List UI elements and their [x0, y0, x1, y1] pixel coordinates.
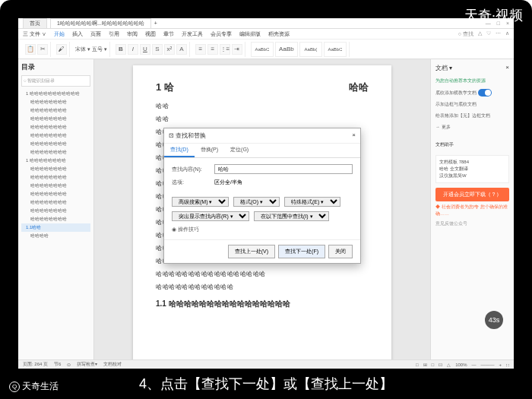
- ribbon-more-icon[interactable]: ⋯: [496, 30, 501, 38]
- find-input[interactable]: [214, 164, 353, 174]
- outline-item[interactable]: 哈哈哈哈哈哈哈哈: [21, 165, 90, 173]
- special-select[interactable]: 特殊格式(E) ▾: [284, 197, 340, 207]
- tab-home[interactable]: 首页: [23, 18, 47, 29]
- size-select[interactable]: 五号 ▾: [92, 46, 107, 53]
- outline-item[interactable]: 哈哈哈哈哈哈哈哈: [21, 215, 90, 223]
- outline-item[interactable]: 哈哈哈哈哈哈哈哈: [21, 123, 90, 131]
- rp-opt1[interactable]: 底纹添加横教学文档: [435, 87, 509, 99]
- bold-icon[interactable]: B: [116, 44, 126, 55]
- format-select[interactable]: 格式(O) ▾: [233, 197, 280, 207]
- ribbon-cloud-icon[interactable]: △: [478, 30, 482, 38]
- status-rec-icon[interactable]: ⊙: [67, 362, 71, 367]
- outline-item[interactable]: 哈哈哈哈哈哈哈哈: [21, 207, 90, 215]
- view-outline-icon[interactable]: □: [432, 363, 435, 367]
- ribbon-chapter[interactable]: 章节: [163, 30, 174, 38]
- outline-item[interactable]: 哈哈哈哈哈哈哈哈: [21, 98, 90, 106]
- view-web-icon[interactable]: ⊞: [423, 362, 427, 367]
- outline-item[interactable]: 1 哈哈哈哈哈哈哈哈: [21, 157, 90, 165]
- view-print-icon[interactable]: □: [416, 363, 419, 367]
- sidebar-title: 目录: [21, 62, 90, 72]
- style-heading3[interactable]: AaBbC: [324, 42, 347, 57]
- rp-more[interactable]: → 更多: [435, 122, 509, 133]
- cut-icon[interactable]: ✂: [37, 44, 48, 55]
- zoom-in-icon[interactable]: +: [499, 363, 502, 367]
- paste-icon[interactable]: 📋: [25, 44, 36, 55]
- outline-item[interactable]: 哈哈哈哈哈哈哈哈: [21, 106, 90, 115]
- rp-foot[interactable]: 意见反馈公众号: [435, 220, 509, 227]
- style-heading2[interactable]: AaBb(: [299, 42, 322, 57]
- adv-search-select[interactable]: 高级搜索(M) ▾: [172, 197, 229, 207]
- vip-button[interactable]: 开通会员立即下载（？）: [435, 188, 509, 201]
- color-icon[interactable]: A: [176, 44, 187, 55]
- ribbon-review[interactable]: 审阅: [127, 30, 138, 38]
- zoom-slider[interactable]: ———: [480, 363, 494, 367]
- rp-opt2[interactable]: 示加边框与底纹文档: [435, 99, 509, 110]
- outline-item[interactable]: 哈哈哈哈哈哈哈哈: [21, 131, 90, 140]
- ribbon-vip[interactable]: 会员专享: [211, 30, 232, 38]
- status-spell[interactable]: 拼写检查▾: [77, 361, 97, 368]
- highlight-select[interactable]: 突出显示查找内容(R) ▾: [172, 211, 249, 221]
- search-range-select[interactable]: 在以下范围中查找(I) ▾: [254, 211, 329, 221]
- tab-find[interactable]: 查找(D): [164, 144, 195, 157]
- zoom-pct[interactable]: 100%: [455, 363, 467, 367]
- outline-item[interactable]: 哈哈哈哈哈哈哈哈: [21, 173, 90, 182]
- rp-card-item[interactable]: 文档模板 7884: [439, 159, 505, 166]
- rp-section2: 文档助手: [435, 139, 509, 150]
- ribbon-collapse-icon[interactable]: ∧: [505, 30, 509, 38]
- font-select[interactable]: 宋体 ▾: [75, 46, 90, 53]
- caption-bar: 4、点击【查找下一处】或【查找上一处】: [0, 369, 532, 399]
- style-heading1[interactable]: AaBb: [275, 42, 298, 57]
- outline-item[interactable]: 哈哈哈哈哈哈哈哈: [21, 115, 90, 123]
- rp-close-icon[interactable]: ×: [505, 64, 509, 72]
- ribbon-start[interactable]: 开始: [54, 30, 65, 38]
- tab-document[interactable]: 1哈哈哈哈哈哈啊...哈哈哈哈哈哈哈哈: [50, 18, 151, 29]
- rp-card-item[interactable]: 汉仪旗黑简W: [439, 173, 505, 179]
- toggle-icon[interactable]: [478, 89, 492, 97]
- underline-icon[interactable]: U: [140, 44, 150, 55]
- zoom-out-icon[interactable]: —: [471, 363, 476, 367]
- tab-goto[interactable]: 定位(G): [224, 144, 255, 157]
- outline-item[interactable]: 1 哈哈哈哈哈哈哈哈哈哈哈: [21, 90, 90, 98]
- ribbon-page[interactable]: 页面: [90, 30, 101, 38]
- list-icon[interactable]: ⋮≡: [220, 44, 230, 55]
- ribbon-dev[interactable]: 开发工具: [182, 30, 203, 38]
- outline-item[interactable]: 1.1哈哈: [21, 223, 90, 232]
- close-button[interactable]: 关闭: [328, 245, 353, 258]
- align-center-icon[interactable]: ≡: [207, 44, 218, 55]
- ribbon-insert[interactable]: 插入: [72, 30, 83, 38]
- ribbon-find[interactable]: ○ 查找: [458, 30, 473, 38]
- indent-icon[interactable]: ⇥: [232, 44, 242, 55]
- outline-item[interactable]: 哈哈哈哈哈哈哈哈: [21, 148, 90, 157]
- strike-icon[interactable]: S: [152, 44, 163, 55]
- align-left-icon[interactable]: ≡: [195, 44, 206, 55]
- rp-opt3[interactable]: 给表格添加【无】边框文档: [435, 110, 509, 122]
- tips-link[interactable]: ◉ 操作技巧: [172, 226, 353, 233]
- view-focus-icon[interactable]: △: [447, 362, 451, 367]
- outline-item[interactable]: 哈哈哈哈哈哈哈哈: [21, 140, 90, 148]
- outline-item[interactable]: 哈哈哈哈哈哈哈哈: [21, 190, 90, 198]
- italic-icon[interactable]: I: [128, 44, 138, 55]
- style-normal[interactable]: AaBbC: [251, 42, 274, 57]
- status-proof[interactable]: 文档校对: [103, 361, 122, 368]
- sidebar-search[interactable]: ○ 智能识别目录: [21, 75, 90, 87]
- outline-item[interactable]: 哈哈哈哈: [21, 232, 90, 240]
- tab-replace[interactable]: 替换(P): [195, 144, 224, 157]
- outline-item[interactable]: 哈哈哈哈哈哈哈哈: [21, 198, 90, 207]
- rp-card-item[interactable]: 哈哈 全文翻译: [439, 166, 505, 173]
- view-read-icon[interactable]: ⊡: [439, 362, 442, 367]
- ribbon-ref[interactable]: 引用: [109, 30, 119, 38]
- ribbon-file[interactable]: 三 文件 ∨: [23, 30, 46, 38]
- rp-title[interactable]: 文档 ▾: [435, 64, 452, 72]
- find-next-button[interactable]: 查找下一处(F): [278, 245, 325, 258]
- ribbon-view[interactable]: 视图: [145, 30, 156, 38]
- ribbon-fav-icon[interactable]: ♡: [486, 30, 491, 38]
- find-prev-button[interactable]: 查找上一处(V): [228, 245, 275, 258]
- fullscreen-icon[interactable]: ∷: [506, 362, 509, 367]
- super-icon[interactable]: x²: [164, 44, 175, 55]
- dialog-close-icon[interactable]: ×: [352, 131, 356, 140]
- format-painter-icon[interactable]: 🖌: [56, 44, 67, 55]
- ribbon-res[interactable]: 稻壳资源: [268, 30, 290, 38]
- outline-item[interactable]: 哈哈哈哈哈哈哈哈: [21, 182, 90, 190]
- tab-add[interactable]: +: [154, 21, 157, 26]
- ribbon-edit[interactable]: 编辑排版: [239, 30, 261, 38]
